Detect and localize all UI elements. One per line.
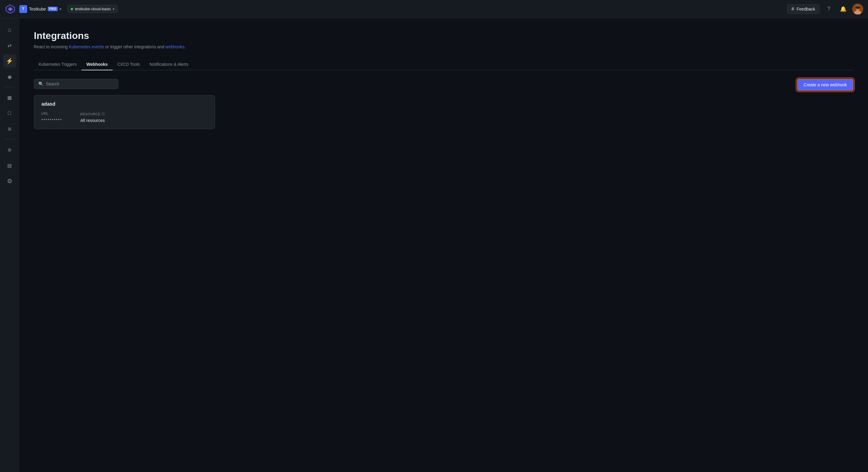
- tab-notifications[interactable]: Notifications & Alerts: [145, 59, 193, 70]
- webhook-url-value: ••••••••••: [41, 117, 62, 122]
- webhook-url-label: URL: [41, 112, 62, 115]
- env-status-dot: [71, 8, 73, 10]
- org-name: Testkube: [29, 7, 46, 11]
- bell-icon: 🔔: [840, 6, 846, 12]
- search-icon: 🔍: [38, 81, 43, 86]
- sidebar-item-settings[interactable]: ⚙: [3, 174, 16, 188]
- sidebar-divider-2: [5, 139, 14, 139]
- org-chevron-icon: ▾: [60, 7, 61, 11]
- webhook-card[interactable]: adasd URL •••••••••• RESOURCE ⓘ All reso…: [34, 95, 215, 129]
- kubernetes-events-link[interactable]: Kubernetes events: [69, 44, 104, 49]
- sidebar-item-triggers[interactable]: ⇄: [3, 39, 16, 52]
- reports-icon: ☐: [7, 111, 11, 115]
- page-subtitle: React to incoming Kubernetes events or t…: [34, 44, 854, 49]
- sidebar-item-integrations[interactable]: ⚡: [3, 54, 16, 68]
- search-input[interactable]: [46, 81, 114, 86]
- create-webhook-button[interactable]: Create a new webhook: [797, 79, 854, 91]
- sidebar-item-scripts[interactable]: ⊞: [3, 122, 16, 135]
- subtitle-mid: or trigger other integrations and: [104, 44, 165, 49]
- feedback-button[interactable]: # Feedback: [787, 4, 820, 14]
- pro-badge: PRO: [48, 7, 58, 11]
- integration-tabs: Kubernetes Triggers Webhooks CI/CD Tools…: [34, 59, 854, 70]
- scripts-icon: ⊞: [8, 127, 11, 131]
- sidebar-item-analytics[interactable]: ◉: [3, 70, 16, 83]
- home-icon: ⌂: [7, 26, 11, 33]
- triggers-icon: ⇄: [7, 42, 11, 48]
- sidebar-item-home[interactable]: ⌂: [3, 23, 16, 36]
- tab-kubernetes-triggers[interactable]: Kubernetes Triggers: [34, 59, 82, 70]
- app-layout: ⌂ ⇄ ⚡ ◉ ▦ ☐ ⊞ ⊛ ▤ ⚙ Integra: [0, 18, 868, 472]
- webhook-fields: URL •••••••••• RESOURCE ⓘ All resources: [41, 112, 208, 123]
- main-content: Integrations React to incoming Kubernete…: [19, 18, 868, 472]
- env-selector[interactable]: testkube-cloud-basic ▾: [67, 5, 118, 13]
- org-avatar: T: [19, 5, 27, 13]
- webhook-resource-field: RESOURCE ⓘ All resources: [80, 112, 105, 123]
- search-box[interactable]: 🔍: [34, 79, 118, 89]
- webhooks-left: 🔍 adasd URL •••••••••• RESOURCE: [34, 79, 790, 129]
- settings-icon: ⚙: [7, 177, 12, 185]
- security-icon: ⊛: [7, 147, 11, 153]
- webhook-resource-value: All resources: [80, 118, 105, 123]
- sidebar-item-reports[interactable]: ☐: [3, 106, 16, 120]
- webhook-name: adasd: [41, 101, 208, 107]
- feedback-label: Feedback: [797, 7, 815, 11]
- webhooks-link[interactable]: webhooks: [165, 44, 185, 49]
- webhook-resource-label: RESOURCE ⓘ: [80, 112, 105, 116]
- notifications-button[interactable]: 🔔: [838, 4, 849, 14]
- topnav: T Testkube PRO ▾ testkube-cloud-basic ▾ …: [0, 0, 868, 18]
- slack-icon: #: [792, 6, 794, 12]
- sidebar: ⌂ ⇄ ⚡ ◉ ▦ ☐ ⊞ ⊛ ▤ ⚙: [0, 18, 19, 472]
- webhook-url-field: URL ••••••••••: [41, 112, 62, 123]
- app-logo[interactable]: [5, 4, 16, 14]
- tests-icon: ▦: [7, 95, 12, 101]
- analytics-icon: ◉: [7, 74, 12, 80]
- tab-cicd-tools[interactable]: CI/CD Tools: [113, 59, 145, 70]
- integrations-icon: ⚡: [6, 57, 13, 65]
- page-title: Integrations: [34, 30, 854, 41]
- svg-point-6: [855, 6, 860, 9]
- webhooks-content: 🔍 adasd URL •••••••••• RESOURCE: [34, 79, 854, 129]
- create-webhook-area: Create a new webhook: [797, 79, 854, 91]
- storage-icon: ▤: [7, 163, 12, 168]
- help-button[interactable]: ?: [823, 4, 834, 14]
- sidebar-divider-1: [5, 87, 14, 87]
- subtitle-pre: React to incoming: [34, 44, 69, 49]
- subtitle-post: .: [185, 44, 186, 49]
- resource-info-icon: ⓘ: [101, 112, 105, 116]
- sidebar-item-security[interactable]: ⊛: [3, 143, 16, 156]
- tab-webhooks[interactable]: Webhooks: [82, 59, 113, 70]
- sidebar-item-tests[interactable]: ▦: [3, 91, 16, 104]
- sidebar-item-storage[interactable]: ▤: [3, 159, 16, 172]
- help-icon: ?: [827, 6, 830, 12]
- env-name: testkube-cloud-basic: [75, 7, 111, 11]
- org-selector[interactable]: T Testkube PRO ▾: [19, 5, 61, 13]
- env-chevron-icon: ▾: [113, 7, 115, 11]
- user-avatar[interactable]: [852, 4, 863, 14]
